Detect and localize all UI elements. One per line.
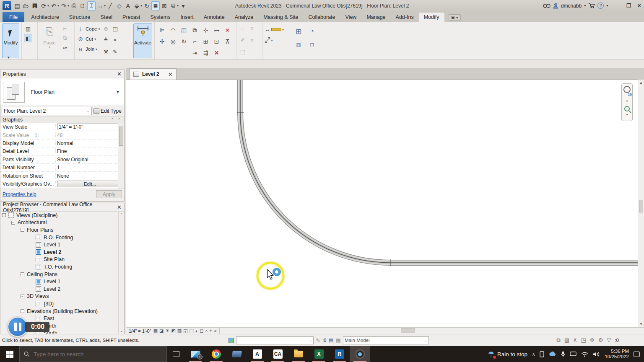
sync-icon-caret[interactable]: ▾ [47, 4, 49, 8]
property-value[interactable]: Normal [56, 140, 124, 147]
offset-icon[interactable]: ◠ [168, 25, 178, 36]
redo-icon[interactable]: ↷ [60, 1, 68, 10]
tree-item-level-1[interactable]: Level 1 [0, 241, 124, 248]
property-value[interactable]: Fine [56, 147, 124, 155]
tree-item-b-o-footing[interactable]: B.O. Footing [0, 234, 124, 241]
apply-button[interactable]: Apply [96, 190, 122, 198]
type-selector[interactable]: Floor Plan ▼ [0, 78, 124, 106]
steering-wheel-2d-icon[interactable] [623, 86, 631, 93]
linework-icon[interactable]: ◌ [239, 24, 247, 33]
cope-button[interactable]: ⌶ Cope▾ [77, 24, 100, 34]
expander-icon[interactable]: − [11, 221, 15, 225]
ribbon-tab-systems[interactable]: Systems [145, 13, 175, 22]
ribbon-tab-add-ins[interactable]: Add-Ins [391, 13, 419, 22]
scale-icon[interactable]: ⊡ [211, 36, 222, 47]
settings-gear-icon[interactable]: ⚙ [598, 337, 603, 344]
customize-qat-icon[interactable]: ▾ [179, 1, 187, 10]
show-rendering-icon[interactable]: ▨ [177, 328, 182, 334]
task-view-button[interactable] [167, 346, 185, 362]
help-menu-caret-icon[interactable]: ▾ [606, 4, 608, 8]
taskbar-app-mail[interactable]: 1 [185, 346, 206, 362]
taskbar-app-recorder[interactable] [350, 346, 370, 362]
tray-expand-icon[interactable]: ∧ [532, 352, 535, 357]
connections-icon[interactable]: ⚬ [111, 36, 119, 44]
property-value[interactable]: 48 [56, 131, 124, 139]
ribbon-tab-view[interactable]: View [340, 13, 362, 22]
tree-item-architectural[interactable]: −Architectural [0, 219, 124, 227]
weather-widget[interactable]: ☂ Rain to stop [488, 350, 527, 359]
view-scale-button[interactable]: 1/4" = 1'-0" [129, 328, 151, 334]
taskbar-app-revit[interactable]: R [329, 346, 350, 362]
join-geometry-button[interactable]: ⊍ Join▾ [77, 44, 100, 54]
export-pdf-icon[interactable]: 🗋 [78, 1, 87, 10]
onedrive-icon[interactable] [549, 352, 556, 357]
filter-icon[interactable]: ▽ [607, 337, 611, 344]
copy-icon[interactable]: ◎ [168, 36, 178, 47]
shadows-icon[interactable]: ◩ [171, 328, 175, 334]
crop-view-icon[interactable]: ◱ [183, 328, 187, 334]
property-value[interactable]: None [56, 172, 124, 179]
pause-recording-button[interactable] [8, 317, 28, 337]
activate-dimensions-icon[interactable]: ⌶ [87, 1, 96, 10]
mirror-pick-axis-icon[interactable]: ◫ [179, 25, 189, 36]
vertical-scroll-thumb[interactable] [639, 200, 643, 212]
properties-close-icon[interactable]: ✕ [117, 71, 122, 77]
horizontal-scroll-thumb[interactable] [401, 328, 415, 333]
spacer4[interactable] [222, 47, 233, 58]
unpin-icon[interactable]: × [222, 25, 233, 36]
tree-item-t-o-footing[interactable]: T.O. Footing [0, 263, 124, 271]
ribbon-tab-insert[interactable]: Insert [175, 13, 198, 22]
properties-scrollbar[interactable] [118, 123, 124, 189]
reveal-hidden-icon[interactable]: ◐ [195, 328, 198, 334]
taskbar-app-chrome[interactable] [206, 346, 226, 362]
view-tab-level-2[interactable]: Level 2 ✕ [130, 68, 177, 80]
section-collapse-icons[interactable]: ⌃ ⌃ [111, 118, 122, 122]
move-icon[interactable]: ✢ [157, 36, 167, 47]
ribbon-tab-structure[interactable]: Structure [64, 13, 96, 22]
taskbar-app-file-explorer[interactable] [288, 346, 309, 362]
help-icon[interactable]: ? [597, 3, 604, 9]
override-graphics-icon[interactable]: ≡ [248, 36, 256, 44]
open-icon[interactable]: 🗁 [22, 1, 30, 10]
wifi-icon[interactable] [581, 352, 588, 357]
ribbon-tab-analyze[interactable]: Analyze [230, 13, 258, 22]
taskbar-app-remote-desktop[interactable] [226, 346, 247, 362]
design-options-combobox[interactable]: Main Model⌄ [343, 336, 429, 344]
paint-icon[interactable]: ✎ [111, 47, 119, 56]
spacer3[interactable] [179, 47, 189, 58]
select-pinned-icon[interactable]: ⊼ [573, 337, 577, 344]
ribbon-tab-annotate[interactable]: Annotate [199, 13, 230, 22]
print-icon[interactable]: ⎙ [70, 1, 78, 10]
expander-icon[interactable]: − [21, 295, 24, 298]
model-line-icon[interactable]: ╱ [106, 1, 114, 10]
sync-icon[interactable]: ⟳ [39, 1, 48, 10]
select-by-face-icon[interactable]: ◳ [581, 337, 586, 344]
mirror-draw-axis-icon[interactable]: ⧉ [190, 25, 200, 36]
taskbar-app-app-ca[interactable]: CA [267, 346, 288, 362]
action-center-icon[interactable] [634, 352, 640, 357]
properties-palette-icon[interactable]: ◧ [24, 34, 32, 42]
taskbar-clock[interactable]: 5:36 PM 10/25/2022 [605, 349, 629, 359]
sun-path-icon[interactable]: ☀ [165, 328, 169, 334]
switch-windows-icon-caret[interactable]: ▾ [177, 4, 179, 8]
redo-icon-caret[interactable]: ▾ [68, 4, 69, 8]
worksets-combobox[interactable]: ⌄ [236, 336, 314, 344]
thin-lines-icon[interactable]: ≣ [151, 1, 160, 10]
design-options-icon[interactable]: ▤ [329, 337, 334, 344]
revit-logo-icon[interactable]: R [3, 1, 11, 10]
expander-icon[interactable]: − [2, 213, 6, 217]
tree-item-elevations-building-elevation-[interactable]: −Elevations (Building Elevation) [0, 308, 124, 315]
view-tab-close-icon[interactable]: ✕ [168, 71, 173, 78]
analytical-model-icon[interactable]: ▵ [205, 328, 208, 334]
visual-style-icon[interactable]: ◪ [159, 328, 164, 334]
tree-item-views-discipline-[interactable]: −Views (Discipline) [0, 212, 124, 219]
drag-elements-icon[interactable]: ✥ [590, 337, 595, 344]
user-menu-caret-icon[interactable]: ▾ [584, 4, 586, 8]
aligned-dimension-icon-caret[interactable]: ▾ [104, 4, 106, 8]
copy-clipboard-icon[interactable]: ⧉ [61, 34, 69, 42]
default-3d-view-icon[interactable]: ⬙ [132, 1, 141, 10]
cut-profile-icon[interactable]: ✐ [239, 36, 247, 44]
expand-view-bar-icon[interactable]: < [214, 328, 216, 334]
ribbon-tab-modify[interactable]: Modify [419, 13, 444, 22]
navigation-bar[interactable]: 2D ▾ ▾ [621, 83, 633, 121]
